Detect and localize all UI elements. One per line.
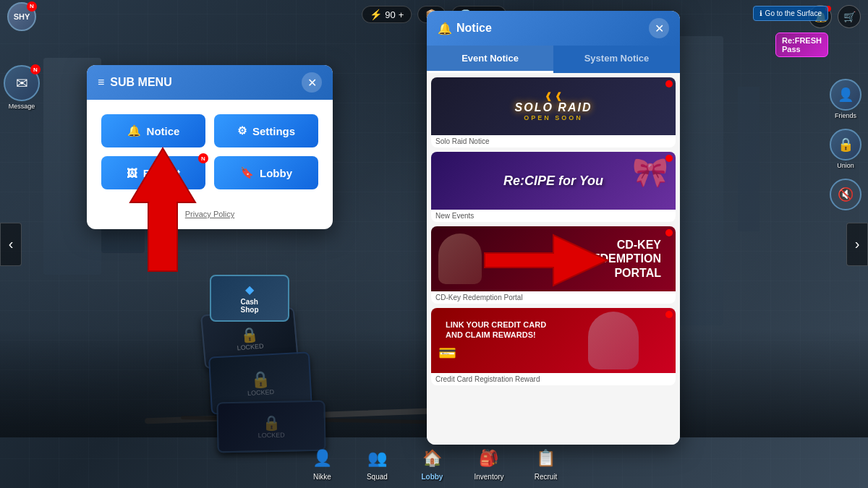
right-sidebar: 👤 Friends 🔒 Union 🔇: [823, 72, 868, 217]
tab-system-notice[interactable]: System Notice: [553, 46, 680, 73]
sub-menu-close-btn[interactable]: ✕: [302, 72, 322, 93]
cdkey-label: CD-Key Redemption Portal: [431, 291, 676, 304]
union-icon-circle: 🔒: [830, 129, 861, 160]
notice-item-cdkey[interactable]: CD-KEYREDEMPTIONPORTAL CD-Key Redemption…: [431, 226, 676, 304]
notice-header: 🔔 Notice ✕: [427, 11, 680, 46]
stamina-plus: +: [399, 9, 404, 20]
solo-raid-subtitle: OPEN SOON: [515, 114, 592, 121]
sub-menu-settings-btn[interactable]: ⚙ Settings: [214, 114, 318, 147]
nav-right-chevron-icon: ›: [855, 236, 860, 252]
notice-tabs: Event Notice System Notice: [427, 46, 680, 73]
cdkey-visual: CD-KEYREDEMPTIONPORTAL: [431, 234, 676, 284]
notice-btn-label: Notice: [147, 125, 180, 137]
union-label: Union: [837, 162, 854, 169]
credit-card-icon: 💳: [438, 344, 588, 361]
system-notice-tab-label: System Notice: [584, 53, 650, 64]
settings-btn-label: Settings: [252, 125, 295, 137]
bottom-nav-lobby[interactable]: 🏠 Lobby: [412, 442, 452, 484]
mute-icon-circle: 🔇: [830, 179, 861, 210]
recruit-nav-icon: 📋: [533, 445, 559, 471]
nikke-nav-icon: 👤: [309, 445, 335, 471]
sub-menu-privacy-policy[interactable]: Privacy Policy: [87, 204, 333, 229]
sub-menu-body: 🔔 Notice ⚙ Settings 🖼 Recruit N 🔖 Lobby: [87, 100, 333, 204]
cdkey-text-area: CD-KEYREDEMPTIONPORTAL: [530, 238, 668, 280]
message-icon-circle: ✉ N: [4, 65, 40, 101]
sub-menu-header: ≡ SUB MENU ✕: [87, 65, 333, 100]
friends-icon-circle: 👤: [830, 79, 861, 111]
sidebar-item-mute[interactable]: 🔇: [827, 176, 864, 213]
cdkey-main-text: CD-KEYREDEMPTIONPORTAL: [530, 238, 668, 280]
message-notif-badge: N: [30, 64, 41, 74]
settings-btn-icon: ⚙: [237, 124, 247, 137]
lock-icon-2: 🔒: [250, 369, 271, 389]
refresh-pass-label: Re:FRESH Pass: [782, 36, 822, 53]
notice-title: 🔔 Notice: [438, 22, 492, 35]
credit-card-red-dot: [665, 311, 673, 318]
squad-nav-label: Squad: [367, 473, 388, 481]
credit-card-label: Credit Card Registration Reward: [431, 373, 676, 385]
sub-menu-title: ≡ SUB MENU: [98, 76, 172, 89]
new-events-img: Re:CIPE for You 🎀: [431, 152, 676, 210]
notice-content: ❰ ❰ SOLO RAID OPEN SOON Solo Raid Notice…: [427, 73, 680, 445]
event-notice-tab-label: Event Notice: [461, 53, 519, 64]
notice-item-solo-raid[interactable]: ❰ ❰ SOLO RAID OPEN SOON Solo Raid Notice: [431, 77, 676, 147]
notice-bell-icon: 🔔: [438, 22, 452, 35]
cash-shop-icon: ◆: [245, 283, 254, 296]
stamina-value: 90: [385, 9, 395, 20]
credit-main-text: LINK YOUR CREDIT CARDAND CLAIM REWARDS!: [438, 320, 588, 341]
solo-raid-chevrons-left: ❰ ❰: [515, 91, 592, 101]
hamburger-icon: ≡: [98, 76, 104, 89]
notice-modal: 🔔 Notice ✕ Event Notice System Notice ❰ …: [427, 11, 680, 445]
player-avatar[interactable]: SHY N: [7, 2, 36, 31]
bottom-nav-squad[interactable]: 👥 Squad: [357, 442, 397, 484]
nav-arrow-right[interactable]: ›: [846, 223, 868, 266]
squad-nav-icon: 👥: [364, 445, 390, 471]
recruit-btn-icon: 🖼: [127, 167, 137, 179]
cdkey-img: CD-KEYREDEMPTIONPORTAL: [431, 226, 676, 291]
friends-label: Friends: [835, 112, 856, 119]
cash-shop-card[interactable]: ◆ Cash Shop: [210, 275, 289, 322]
cdkey-char-area: [438, 234, 530, 284]
shop-btn[interactable]: 🛒: [838, 5, 861, 28]
go-surface-label: Go to the Surface: [765, 9, 822, 17]
solo-raid-red-dot: [665, 80, 673, 87]
solo-raid-label: Solo Raid Notice: [431, 135, 676, 147]
bottom-nav-recruit[interactable]: 📋 Recruit: [526, 442, 566, 484]
lobby-btn-label: Lobby: [260, 167, 292, 179]
credit-text-area: LINK YOUR CREDIT CARDAND CLAIM REWARDS! …: [438, 320, 588, 362]
cdkey-red-dot: [665, 229, 673, 236]
recruit-btn-label: Recruit: [143, 167, 181, 179]
sidebar-item-friends[interactable]: 👤 Friends: [827, 76, 864, 122]
sub-menu-notice-btn[interactable]: 🔔 Notice: [101, 114, 205, 147]
notice-item-new-events[interactable]: Re:CIPE for You 🎀 New Events: [431, 152, 676, 222]
notice-close-btn[interactable]: ✕: [649, 18, 669, 38]
inventory-nav-label: Inventory: [474, 473, 503, 481]
nav-arrow-left[interactable]: ‹: [0, 223, 22, 266]
locked-label-2: LOCKED: [247, 388, 274, 397]
privacy-policy-label: Privacy Policy: [185, 210, 234, 218]
stamina-resource[interactable]: ⚡ 90 +: [362, 6, 412, 23]
notice-item-credit-card[interactable]: LINK YOUR CREDIT CARDAND CLAIM REWARDS! …: [431, 308, 676, 385]
sub-menu-recruit-btn[interactable]: 🖼 Recruit N: [101, 156, 205, 189]
solo-raid-img: ❰ ❰ SOLO RAID OPEN SOON: [431, 77, 676, 135]
lock-icon-1: 🔒: [239, 325, 259, 343]
credit-card-visual: LINK YOUR CREDIT CARDAND CLAIM REWARDS! …: [431, 312, 676, 369]
refresh-pass-banner[interactable]: Re:FRESH Pass: [775, 33, 828, 57]
solo-raid-visual: ❰ ❰ SOLO RAID OPEN SOON: [515, 91, 592, 121]
sub-menu-lobby-btn[interactable]: 🔖 Lobby: [214, 156, 318, 189]
go-to-surface-banner[interactable]: ℹ Go to the Surface: [753, 6, 828, 21]
cash-shop-label: Cash Shop: [241, 298, 259, 314]
bottom-nav-nikke[interactable]: 👤 Nikke: [302, 442, 342, 484]
tab-event-notice[interactable]: Event Notice: [427, 46, 553, 73]
avatar-initials: SHY: [14, 12, 30, 21]
sidebar-item-union[interactable]: 🔒 Union: [827, 126, 864, 172]
mute-icon: 🔇: [838, 187, 854, 202]
sub-menu-close-icon: ✕: [307, 76, 317, 90]
message-icon: ✉: [16, 74, 28, 92]
stamina-icon: ⚡: [370, 9, 382, 20]
inventory-nav-icon: 🎒: [476, 445, 502, 471]
message-button[interactable]: ✉ N Message: [4, 65, 40, 110]
credit-card-img: LINK YOUR CREDIT CARDAND CLAIM REWARDS! …: [431, 308, 676, 373]
bottom-nav-inventory[interactable]: 🎒 Inventory: [467, 442, 511, 484]
notice-btn-icon: 🔔: [127, 124, 141, 137]
